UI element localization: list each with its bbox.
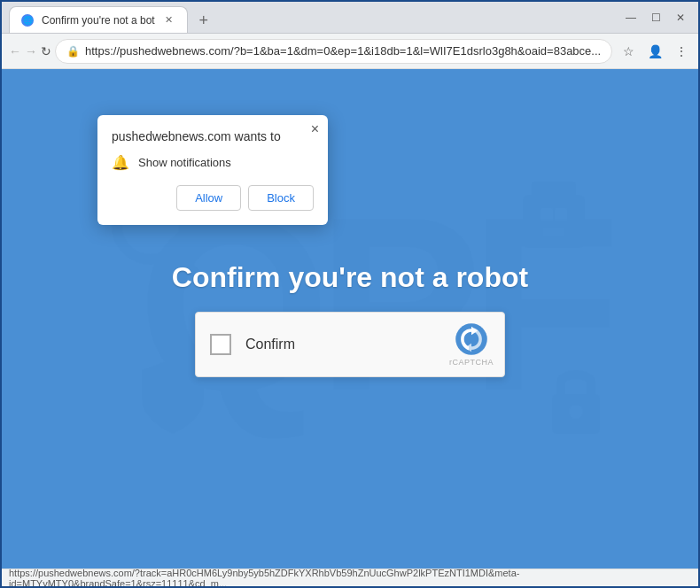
maximize-button[interactable]: ☐: [645, 7, 666, 28]
back-button[interactable]: ←: [9, 39, 21, 64]
notification-text: Show notifications: [138, 156, 231, 169]
new-tab-button[interactable]: +: [191, 8, 216, 33]
svg-rect-3: [523, 195, 585, 248]
browser-window: 🌐 Confirm you're not a bot ✕ + — ☐ ✕ ← →…: [0, 0, 700, 588]
svg-rect-5: [541, 208, 553, 220]
forward-button[interactable]: →: [25, 39, 37, 64]
popup-close-button[interactable]: ×: [311, 122, 319, 136]
bookmark-icon[interactable]: ☆: [616, 39, 641, 64]
close-button[interactable]: ✕: [670, 7, 691, 28]
refresh-button[interactable]: ↻: [41, 39, 51, 64]
svg-point-9: [569, 405, 583, 419]
notification-row: 🔔 Show notifications: [112, 154, 314, 171]
nav-bar: ← → ↻ 🔒 https://pushedwebnews.com/?b=1&b…: [2, 34, 698, 69]
svg-rect-4: [532, 182, 576, 199]
recaptcha-icon: [455, 322, 488, 356]
popup-title: pushedwebnews.com wants to: [112, 129, 314, 143]
content-area: QPF: [2, 69, 698, 569]
tab-close-button[interactable]: ✕: [162, 13, 176, 27]
bell-icon: 🔔: [112, 154, 129, 171]
lock-icon: 🔒: [66, 45, 80, 58]
minimize-button[interactable]: —: [620, 7, 642, 28]
status-bar: https://pushedwebnews.com/?track=aHR0cHM…: [2, 569, 698, 586]
center-content: Confirm you're not a robot Confirm rCAPT…: [172, 261, 528, 377]
allow-button[interactable]: Allow: [176, 185, 241, 211]
page-main-title: Confirm you're not a robot: [172, 261, 528, 294]
title-bar: 🌐 Confirm you're not a bot ✕ + — ☐ ✕: [2, 2, 698, 34]
captcha-box: Confirm rCAPTCHA: [195, 312, 505, 377]
tab-title: Confirm you're not a bot: [42, 14, 155, 27]
svg-rect-7: [543, 228, 564, 236]
captcha-label: Confirm: [245, 337, 295, 352]
address-text: https://pushedwebnews.com/?b=1&ba=1&dm=0…: [85, 44, 601, 58]
nav-actions: ☆ 👤 ⋮: [616, 39, 694, 64]
captcha-logo: rCAPTCHA: [449, 322, 494, 367]
svg-rect-6: [555, 208, 567, 220]
favicon-circle: 🌐: [21, 14, 34, 27]
active-tab[interactable]: 🌐 Confirm you're not a bot ✕: [9, 6, 188, 33]
address-bar[interactable]: 🔒 https://pushedwebnews.com/?b=1&ba=1&dm…: [55, 39, 612, 64]
popup-buttons: Allow Block: [112, 185, 314, 211]
tab-favicon: 🌐: [20, 13, 35, 27]
captcha-brand-label: rCAPTCHA: [449, 358, 494, 367]
menu-icon[interactable]: ⋮: [669, 39, 694, 64]
status-url: https://pushedwebnews.com/?track=aHR0cHM…: [9, 569, 691, 586]
tab-area: 🌐 Confirm you're not a bot ✕ +: [9, 2, 617, 33]
captcha-checkbox[interactable]: [210, 334, 231, 355]
window-controls: — ☐ ✕: [620, 7, 691, 28]
notification-popup: × pushedwebnews.com wants to 🔔 Show noti…: [97, 115, 328, 225]
block-button[interactable]: Block: [248, 185, 314, 211]
account-icon[interactable]: 👤: [642, 39, 667, 64]
